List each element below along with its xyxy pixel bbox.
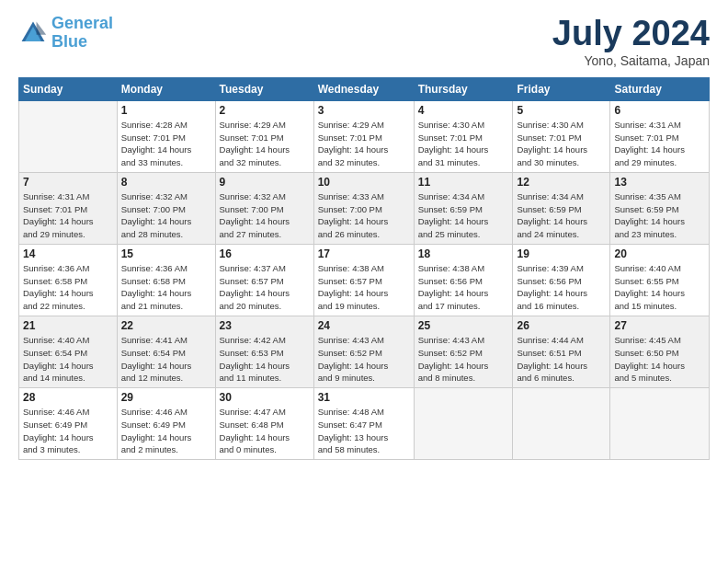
day-cell: 25Sunrise: 4:43 AM Sunset: 6:52 PM Dayli… <box>414 316 513 387</box>
day-number: 30 <box>220 391 310 404</box>
day-cell: 18Sunrise: 4:38 AM Sunset: 6:56 PM Dayli… <box>414 244 513 316</box>
day-number: 29 <box>121 391 211 404</box>
day-number: 23 <box>220 319 310 332</box>
col-friday: Friday <box>513 77 610 100</box>
day-cell: 20Sunrise: 4:40 AM Sunset: 6:55 PM Dayli… <box>610 244 710 316</box>
day-info: Sunrise: 4:43 AM Sunset: 6:52 PM Dayligh… <box>418 334 509 385</box>
day-info: Sunrise: 4:37 AM Sunset: 6:57 PM Dayligh… <box>220 262 310 313</box>
day-number: 19 <box>517 247 606 260</box>
day-cell: 11Sunrise: 4:34 AM Sunset: 6:59 PM Dayli… <box>414 172 513 244</box>
day-number: 8 <box>121 176 211 189</box>
day-number: 9 <box>220 176 310 189</box>
day-cell: 29Sunrise: 4:46 AM Sunset: 6:49 PM Dayli… <box>117 388 215 460</box>
month-title: July 2024 <box>552 15 710 53</box>
day-info: Sunrise: 4:46 AM Sunset: 6:49 PM Dayligh… <box>121 406 211 456</box>
day-info: Sunrise: 4:38 AM Sunset: 6:56 PM Dayligh… <box>418 262 509 313</box>
day-number: 7 <box>23 176 113 189</box>
day-info: Sunrise: 4:29 AM Sunset: 7:01 PM Dayligh… <box>220 119 310 169</box>
day-number: 10 <box>318 176 410 189</box>
day-cell: 8Sunrise: 4:32 AM Sunset: 7:00 PM Daylig… <box>117 172 215 244</box>
week-row-2: 7Sunrise: 4:31 AM Sunset: 7:01 PM Daylig… <box>19 172 710 244</box>
day-number: 25 <box>418 319 509 332</box>
day-cell <box>414 388 513 460</box>
calendar: Sunday Monday Tuesday Wednesday Thursday… <box>18 77 710 460</box>
day-number: 6 <box>614 104 705 117</box>
day-cell: 9Sunrise: 4:32 AM Sunset: 7:00 PM Daylig… <box>215 172 313 244</box>
col-wednesday: Wednesday <box>313 77 414 100</box>
logo: General Blue <box>18 15 113 52</box>
day-cell: 15Sunrise: 4:36 AM Sunset: 6:58 PM Dayli… <box>117 244 215 316</box>
week-row-1: 1Sunrise: 4:28 AM Sunset: 7:01 PM Daylig… <box>19 100 710 172</box>
day-cell: 6Sunrise: 4:31 AM Sunset: 7:01 PM Daylig… <box>610 100 710 172</box>
day-cell: 28Sunrise: 4:46 AM Sunset: 6:49 PM Dayli… <box>19 388 118 460</box>
day-number: 31 <box>318 391 410 404</box>
day-info: Sunrise: 4:32 AM Sunset: 7:00 PM Dayligh… <box>220 190 310 241</box>
day-cell: 7Sunrise: 4:31 AM Sunset: 7:01 PM Daylig… <box>19 172 118 244</box>
day-info: Sunrise: 4:32 AM Sunset: 7:00 PM Dayligh… <box>121 190 211 241</box>
col-monday: Monday <box>117 77 215 100</box>
day-cell: 17Sunrise: 4:38 AM Sunset: 6:57 PM Dayli… <box>313 244 414 316</box>
day-info: Sunrise: 4:40 AM Sunset: 6:55 PM Dayligh… <box>614 262 705 313</box>
day-info: Sunrise: 4:48 AM Sunset: 6:47 PM Dayligh… <box>318 406 410 456</box>
day-cell: 30Sunrise: 4:47 AM Sunset: 6:48 PM Dayli… <box>215 388 313 460</box>
day-cell <box>513 388 610 460</box>
location-subtitle: Yono, Saitama, Japan <box>552 53 710 68</box>
header-row: Sunday Monday Tuesday Wednesday Thursday… <box>19 77 710 100</box>
header: General Blue July 2024 Yono, Saitama, Ja… <box>18 15 710 68</box>
day-number: 2 <box>220 104 310 117</box>
logo-text: General Blue <box>51 15 113 52</box>
day-cell: 24Sunrise: 4:43 AM Sunset: 6:52 PM Dayli… <box>313 316 414 387</box>
day-number: 1 <box>121 104 211 117</box>
day-info: Sunrise: 4:36 AM Sunset: 6:58 PM Dayligh… <box>23 262 113 313</box>
day-number: 20 <box>614 247 705 260</box>
day-info: Sunrise: 4:47 AM Sunset: 6:48 PM Dayligh… <box>220 406 310 456</box>
day-number: 16 <box>220 247 310 260</box>
day-cell: 3Sunrise: 4:29 AM Sunset: 7:01 PM Daylig… <box>313 100 414 172</box>
day-cell: 31Sunrise: 4:48 AM Sunset: 6:47 PM Dayli… <box>313 388 414 460</box>
day-info: Sunrise: 4:36 AM Sunset: 6:58 PM Dayligh… <box>121 262 211 313</box>
day-cell: 5Sunrise: 4:30 AM Sunset: 7:01 PM Daylig… <box>513 100 610 172</box>
day-cell: 12Sunrise: 4:34 AM Sunset: 6:59 PM Dayli… <box>513 172 610 244</box>
day-number: 27 <box>614 319 705 332</box>
day-number: 17 <box>318 247 410 260</box>
day-info: Sunrise: 4:40 AM Sunset: 6:54 PM Dayligh… <box>23 334 113 385</box>
col-tuesday: Tuesday <box>215 77 313 100</box>
day-number: 14 <box>23 247 113 260</box>
day-info: Sunrise: 4:34 AM Sunset: 6:59 PM Dayligh… <box>418 190 509 241</box>
day-number: 21 <box>23 319 113 332</box>
day-info: Sunrise: 4:44 AM Sunset: 6:51 PM Dayligh… <box>517 334 606 385</box>
title-block: July 2024 Yono, Saitama, Japan <box>552 15 710 68</box>
day-info: Sunrise: 4:43 AM Sunset: 6:52 PM Dayligh… <box>318 334 410 385</box>
day-info: Sunrise: 4:46 AM Sunset: 6:49 PM Dayligh… <box>23 406 113 456</box>
day-cell: 26Sunrise: 4:44 AM Sunset: 6:51 PM Dayli… <box>513 316 610 387</box>
week-row-4: 21Sunrise: 4:40 AM Sunset: 6:54 PM Dayli… <box>19 316 710 387</box>
day-cell: 19Sunrise: 4:39 AM Sunset: 6:56 PM Dayli… <box>513 244 610 316</box>
logo-blue: Blue <box>51 32 87 51</box>
day-info: Sunrise: 4:38 AM Sunset: 6:57 PM Dayligh… <box>318 262 410 313</box>
logo-general: General <box>51 14 113 32</box>
day-cell: 13Sunrise: 4:35 AM Sunset: 6:59 PM Dayli… <box>610 172 710 244</box>
day-info: Sunrise: 4:31 AM Sunset: 7:01 PM Dayligh… <box>614 119 705 169</box>
day-info: Sunrise: 4:30 AM Sunset: 7:01 PM Dayligh… <box>418 119 509 169</box>
page: General Blue July 2024 Yono, Saitama, Ja… <box>0 0 728 563</box>
day-number: 24 <box>318 319 410 332</box>
day-cell: 21Sunrise: 4:40 AM Sunset: 6:54 PM Dayli… <box>19 316 118 387</box>
day-cell: 2Sunrise: 4:29 AM Sunset: 7:01 PM Daylig… <box>215 100 313 172</box>
day-info: Sunrise: 4:31 AM Sunset: 7:01 PM Dayligh… <box>23 190 113 241</box>
day-cell: 16Sunrise: 4:37 AM Sunset: 6:57 PM Dayli… <box>215 244 313 316</box>
day-cell <box>610 388 710 460</box>
day-number: 26 <box>517 319 606 332</box>
day-info: Sunrise: 4:41 AM Sunset: 6:54 PM Dayligh… <box>121 334 211 385</box>
day-number: 11 <box>418 176 509 189</box>
day-info: Sunrise: 4:33 AM Sunset: 7:00 PM Dayligh… <box>318 190 410 241</box>
day-cell: 1Sunrise: 4:28 AM Sunset: 7:01 PM Daylig… <box>117 100 215 172</box>
week-row-5: 28Sunrise: 4:46 AM Sunset: 6:49 PM Dayli… <box>19 388 710 460</box>
day-number: 15 <box>121 247 211 260</box>
logo-icon <box>18 18 48 48</box>
day-number: 22 <box>121 319 211 332</box>
day-number: 3 <box>318 104 410 117</box>
col-saturday: Saturday <box>610 77 710 100</box>
day-info: Sunrise: 4:42 AM Sunset: 6:53 PM Dayligh… <box>220 334 310 385</box>
day-number: 4 <box>418 104 509 117</box>
day-info: Sunrise: 4:28 AM Sunset: 7:01 PM Dayligh… <box>121 119 211 169</box>
